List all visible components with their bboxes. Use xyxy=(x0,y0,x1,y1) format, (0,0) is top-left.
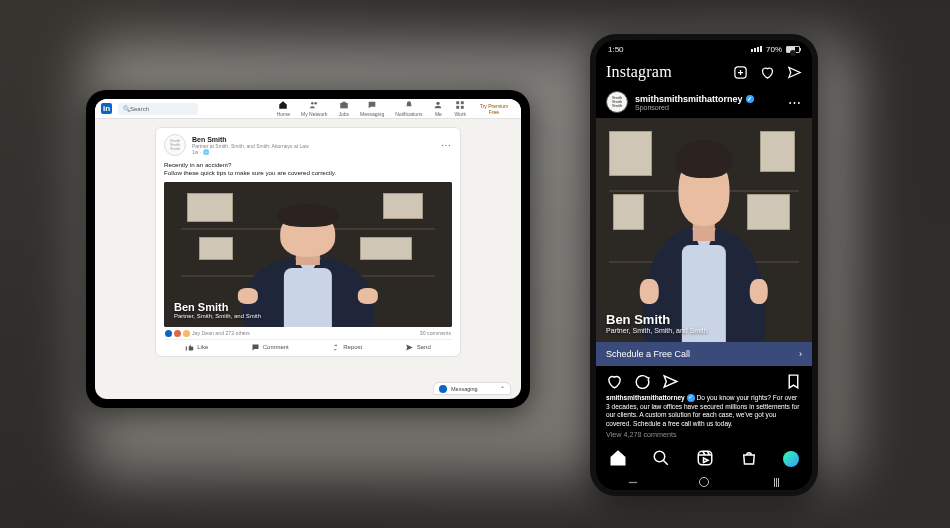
people-icon xyxy=(309,100,319,110)
svg-rect-7 xyxy=(461,106,464,109)
author-avatar[interactable]: SmithSmithSmith xyxy=(606,91,628,113)
view-comments-link[interactable]: View 4,278 comments xyxy=(596,428,812,439)
thumbs-up-icon xyxy=(185,343,194,352)
tab-home[interactable] xyxy=(609,449,627,469)
tab-profile[interactable] xyxy=(783,451,799,467)
linkedin-logo[interactable]: in xyxy=(101,103,112,114)
tab-search[interactable] xyxy=(652,449,670,469)
post-stats: Jay Dean and 272 others 30 comments xyxy=(164,327,452,340)
comment-icon xyxy=(251,343,260,352)
linkedin-post: SmithSmithSmith Ben Smith Partner at Smi… xyxy=(155,127,461,357)
recent-apps-icon[interactable] xyxy=(628,481,637,483)
save-bookmark-icon[interactable] xyxy=(785,373,802,390)
tablet-screen: in 🔍 Search Home My Network Jobs Messagi… xyxy=(95,99,521,399)
post-actions: Like Comment Repost Send xyxy=(164,340,452,352)
tab-reels[interactable] xyxy=(696,449,714,469)
video-scene: Ben Smith Partner, Smith, Smith, and Smi… xyxy=(164,182,452,327)
like-heart-icon[interactable] xyxy=(606,373,623,390)
search-placeholder: Search xyxy=(130,106,149,112)
author-text[interactable]: smithsmithsmithattorney Sponsored xyxy=(635,94,754,111)
activity-heart-icon[interactable] xyxy=(760,65,775,80)
messenger-icon[interactable] xyxy=(787,65,802,80)
reactions-text: Jay Dean and 272 others xyxy=(192,330,250,336)
back-nav-icon[interactable] xyxy=(774,478,779,487)
bottom-tabs xyxy=(596,444,812,474)
comment-button[interactable]: Comment xyxy=(251,343,289,352)
author-text[interactable]: Ben Smith Partner at Smith, Smith, and S… xyxy=(192,136,309,155)
author-username: smithsmithsmithattorney xyxy=(635,94,743,104)
svg-point-0 xyxy=(311,102,314,105)
avatar-icon xyxy=(433,100,443,110)
grid-icon xyxy=(455,100,465,110)
messaging-label: Messaging xyxy=(451,386,478,392)
video-title: Partner, Smith, Smith, and Smith xyxy=(606,327,708,334)
nav-jobs[interactable]: Jobs xyxy=(338,100,349,117)
chevron-right-icon: › xyxy=(799,349,802,359)
post-author-sub: Partner at Smith, Smith, and Smith: Atto… xyxy=(192,143,309,149)
share-icon[interactable] xyxy=(662,373,679,390)
status-time: 1:50 xyxy=(608,45,624,54)
post-overflow-icon[interactable]: ⋯ xyxy=(441,140,452,151)
nav-notifications[interactable]: Notifications xyxy=(395,100,422,117)
search-input[interactable]: 🔍 Search xyxy=(118,103,198,115)
android-navbar xyxy=(596,474,812,490)
instagram-logo[interactable]: Instagram xyxy=(606,63,672,81)
bell-icon xyxy=(404,100,414,110)
send-icon xyxy=(405,343,414,352)
messaging-tray[interactable]: Messaging ⌃ xyxy=(433,382,511,395)
search-icon: 🔍 xyxy=(123,105,130,112)
home-nav-icon[interactable] xyxy=(699,477,709,487)
linkedin-nav: Home My Network Jobs Messaging Notificat… xyxy=(277,100,511,117)
video-scene: Ben Smith Partner, Smith, Smith, and Smi… xyxy=(596,118,812,342)
battery-pct: 70% xyxy=(766,45,782,54)
instagram-topbar: Instagram xyxy=(596,58,812,86)
svg-point-1 xyxy=(315,102,318,105)
post-author-name: Ben Smith xyxy=(192,136,309,143)
topbar-actions xyxy=(733,65,802,80)
repost-button[interactable]: Repost xyxy=(331,343,362,352)
svg-rect-4 xyxy=(456,101,459,104)
tablet-device: in 🔍 Search Home My Network Jobs Messagi… xyxy=(86,90,530,408)
post-caption: smithsmithsmithattorney Do you know your… xyxy=(596,394,812,428)
cta-label: Schedule a Free Call xyxy=(606,349,690,359)
nav-messaging[interactable]: Messaging xyxy=(360,100,384,117)
svg-point-9 xyxy=(655,451,666,462)
author-avatar[interactable]: SmithSmithSmith xyxy=(164,134,186,156)
avatar-icon xyxy=(439,385,447,393)
comments-count[interactable]: 30 comments xyxy=(420,330,451,337)
video-name: Ben Smith xyxy=(606,312,670,327)
phone-device: 1:50 70% Instagram SmithSmithSmith smith… xyxy=(590,34,818,496)
post-overflow-icon[interactable]: ⋯ xyxy=(788,95,802,110)
post-video[interactable]: Ben Smith Partner, Smith, Smith, and Smi… xyxy=(596,118,812,342)
tab-shop[interactable] xyxy=(740,449,758,469)
caption-username[interactable]: smithsmithsmithattorney xyxy=(606,394,685,401)
svg-rect-5 xyxy=(461,101,464,104)
post-text: Recently in an accident? Follow these qu… xyxy=(164,161,452,178)
post-time: 1w · 🌐 xyxy=(192,149,309,155)
post-header: SmithSmithSmith smithsmithsmithattorney … xyxy=(596,86,812,118)
svg-rect-2 xyxy=(340,103,348,108)
nav-premium[interactable]: Try Premium Free xyxy=(477,103,511,115)
post-actions xyxy=(596,366,812,394)
nav-me[interactable]: Me xyxy=(433,100,443,117)
comment-icon[interactable] xyxy=(634,373,651,390)
repost-icon xyxy=(331,343,340,352)
post-header: SmithSmithSmith Ben Smith Partner at Smi… xyxy=(164,134,452,156)
briefcase-icon xyxy=(339,100,349,110)
nav-home[interactable]: Home xyxy=(277,100,290,117)
new-post-icon[interactable] xyxy=(733,65,748,80)
like-button[interactable]: Like xyxy=(185,343,208,352)
svg-point-3 xyxy=(437,102,440,105)
home-icon xyxy=(278,100,288,110)
cta-button[interactable]: Schedule a Free Call › xyxy=(596,342,812,366)
send-button[interactable]: Send xyxy=(405,343,431,352)
nav-work[interactable]: Work xyxy=(454,100,466,117)
post-video[interactable]: Ben Smith Partner, Smith, Smith, and Smi… xyxy=(164,182,452,327)
video-nameplate: Ben Smith Partner, Smith, Smith, and Smi… xyxy=(174,301,261,319)
status-bar: 1:50 70% xyxy=(596,40,812,58)
signal-icon xyxy=(751,46,762,52)
phone-screen: 1:50 70% Instagram SmithSmithSmith smith… xyxy=(596,40,812,490)
nav-network[interactable]: My Network xyxy=(301,100,327,117)
chevron-up-icon: ⌃ xyxy=(500,386,505,392)
reactions[interactable]: Jay Dean and 272 others xyxy=(165,330,250,337)
